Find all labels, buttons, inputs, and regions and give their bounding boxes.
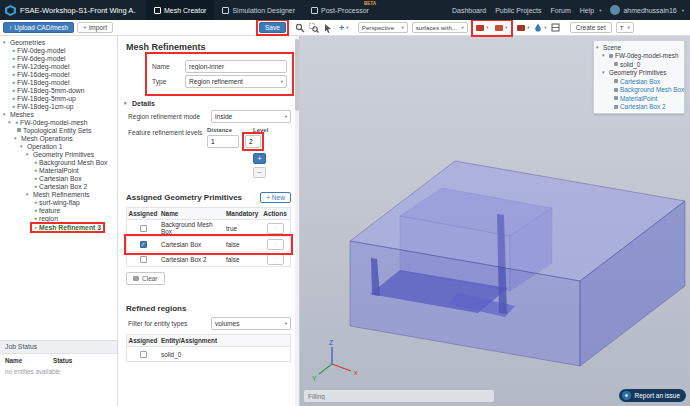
tree-item-refinement[interactable]: ●feature: [0, 206, 117, 214]
chevron-down-icon: ▾: [505, 25, 507, 30]
tree-item-mesh[interactable]: ▾●FW-0deg-model-mesh: [0, 118, 117, 126]
entity-filter-select[interactable]: volumes▾: [211, 317, 291, 330]
save-button[interactable]: Save: [259, 22, 286, 33]
refinement-mode-select[interactable]: inside▾: [211, 110, 291, 123]
tree-group-meshes[interactable]: ▾Meshes: [0, 110, 117, 118]
scene-label: solid_0: [620, 61, 640, 68]
user-menu[interactable]: ahmedhussain16▾: [610, 5, 684, 15]
scene-item-primitive[interactable]: Cartesian Box: [594, 77, 684, 86]
add-level-button[interactable]: +: [253, 153, 266, 164]
tree-label: Meshes: [10, 111, 34, 118]
create-set-button[interactable]: Create set: [570, 22, 612, 33]
tree-item-geometry[interactable]: ●FW-16deg-model: [0, 70, 117, 78]
render-mode-select[interactable]: surfaces with...▾: [412, 22, 468, 33]
name-label: Name: [152, 63, 182, 70]
level-input[interactable]: [245, 135, 261, 148]
zoom-window-icon[interactable]: [307, 22, 321, 34]
simscale-logo-icon[interactable]: [5, 5, 16, 16]
row-checkbox[interactable]: [140, 351, 147, 358]
help-menu[interactable]: Help▾: [580, 7, 602, 14]
refinement-pending-icon: ●: [34, 225, 37, 230]
tree-label: Cartesian Box: [39, 175, 82, 182]
tree-group-mesh-operations[interactable]: ▾Mesh Operations: [0, 134, 117, 142]
link-forum[interactable]: Forum: [551, 7, 571, 14]
report-issue-button[interactable]: Report an issue: [619, 389, 686, 402]
scene-item-solid[interactable]: solid_0: [594, 60, 684, 69]
distance-input[interactable]: [207, 135, 239, 148]
tab-simulation-designer[interactable]: Simulation Designer: [214, 0, 303, 20]
tab-post-processor[interactable]: Post-ProcessorBETA: [303, 0, 377, 20]
tree-item-mesh-refinement-3[interactable]: ●Mesh Refinement 3: [0, 222, 117, 233]
project-tree: ▾Geometries ●FW-0deg-model ●FW-6deg-mode…: [0, 36, 118, 340]
clip-plane-icon[interactable]: [549, 22, 563, 34]
tree-item-geometry[interactable]: ●FW-18deg-model: [0, 78, 117, 86]
scene-item-primitive[interactable]: Background Mesh Box: [594, 86, 684, 95]
tree-item-geometry[interactable]: ●FW-18deg-5mm-up: [0, 94, 117, 102]
primitive-status-icon: ●: [34, 168, 37, 173]
link-public-projects[interactable]: Public Projects: [495, 7, 541, 14]
details-section-header[interactable]: ▾Details: [124, 100, 291, 107]
row-checkbox[interactable]: [140, 256, 147, 263]
link-dashboard[interactable]: Dashboard: [452, 7, 486, 14]
type-select[interactable]: Region refinement▾: [185, 75, 287, 88]
panel-scrollbar-track[interactable]: [295, 36, 299, 406]
viewport-3d[interactable]: Z Y x ▾Scene ▾FW-0deg-model-mesh solid_0…: [300, 36, 690, 406]
scene-label: Background Mesh Box: [620, 86, 684, 93]
scene-item-mesh[interactable]: ▾FW-0deg-model-mesh: [594, 52, 684, 61]
tree-item-topological-entity-sets[interactable]: Topological Entity Sets: [0, 126, 117, 134]
import-button[interactable]: +import: [77, 22, 113, 33]
edge-color-icon[interactable]: ▾: [493, 22, 510, 34]
remove-level-button[interactable]: −: [253, 167, 266, 178]
new-primitive-button[interactable]: + New: [260, 192, 291, 203]
geometry-status-icon: ●: [12, 104, 15, 109]
mesh-status-icon: ●: [15, 120, 18, 125]
row-checkbox-checked[interactable]: ✓: [140, 241, 147, 248]
add-primitive-button[interactable]: +▾: [335, 22, 353, 34]
viewport-filter-input[interactable]: [304, 390, 494, 402]
tree-item-geometry[interactable]: ●FW-0deg-model: [0, 46, 117, 54]
tree-item-operation-1[interactable]: ▾Operation 1: [0, 142, 117, 150]
chevron-down-icon: ▾: [544, 25, 546, 30]
row-actions-button[interactable]: ···: [267, 223, 284, 234]
tree-group-mesh-refinements[interactable]: ▾Mesh Refinements: [0, 190, 117, 198]
scene-group-primitives[interactable]: ▾Geometry Primitives: [594, 69, 684, 78]
scene-item-primitive[interactable]: MaterialPoint: [594, 94, 684, 103]
text-filter-button[interactable]: T▾: [616, 22, 634, 33]
row-actions-button[interactable]: ···: [267, 239, 284, 250]
transparency-icon[interactable]: ▾: [532, 22, 549, 34]
zoom-fit-icon[interactable]: [293, 22, 307, 34]
entity-name: solid_0: [159, 350, 290, 359]
tab-mesh-creator[interactable]: Mesh Creator: [146, 0, 214, 20]
tree-label: FW-18deg-model: [17, 79, 69, 86]
row-actions-button[interactable]: ···: [267, 254, 284, 265]
tree-item-refinement[interactable]: ●surf-wing-flap: [0, 198, 117, 206]
tree-item-geometry[interactable]: ●FW-18deg-5mm-down: [0, 86, 117, 94]
tree-group-geometries[interactable]: ▾Geometries: [0, 38, 117, 46]
tree-group-geometry-primitives[interactable]: ▾Geometry Primitives: [0, 150, 117, 158]
tree-item-primitive[interactable]: ●Background Mesh Box: [0, 158, 117, 166]
tree-item-primitive[interactable]: ●Cartesian Box 2: [0, 182, 117, 190]
plus-icon: +: [339, 23, 344, 33]
plus-icon: +: [83, 24, 87, 31]
select-arrow-icon[interactable]: [321, 22, 335, 34]
face-color-icon[interactable]: ▾: [474, 22, 491, 34]
projection-select[interactable]: Perspective▾: [358, 22, 408, 33]
row-checkbox[interactable]: [140, 225, 147, 232]
levels-table: DistanceLevel + −: [207, 127, 291, 178]
name-input[interactable]: [185, 60, 287, 73]
tree-item-refinement[interactable]: ●region: [0, 214, 117, 222]
panel-scrollbar-thumb[interactable]: [295, 39, 299, 111]
tree-item-geometry[interactable]: ●FW-12deg-model: [0, 62, 117, 70]
tree-label: Geometry Primitives: [33, 151, 94, 158]
scene-item-primitive[interactable]: Cartesian Box 2: [594, 103, 684, 112]
upload-cad-button[interactable]: ↑Upload CAD/mesh: [3, 22, 74, 33]
scene-root[interactable]: ▾Scene: [594, 43, 684, 52]
caret-down-icon: ▾: [20, 144, 25, 149]
tree-item-geometry[interactable]: ●FW-18deg-1cm-up: [0, 102, 117, 110]
tree-item-primitive[interactable]: ●Cartesian Box: [0, 174, 117, 182]
tree-item-primitive[interactable]: ●MaterialPoint: [0, 166, 117, 174]
tree-label: Cartesian Box 2: [39, 183, 87, 190]
background-color-icon[interactable]: ▾: [515, 22, 532, 34]
tree-item-geometry[interactable]: ●FW-6deg-model: [0, 54, 117, 62]
clear-button[interactable]: Clear: [126, 272, 165, 285]
